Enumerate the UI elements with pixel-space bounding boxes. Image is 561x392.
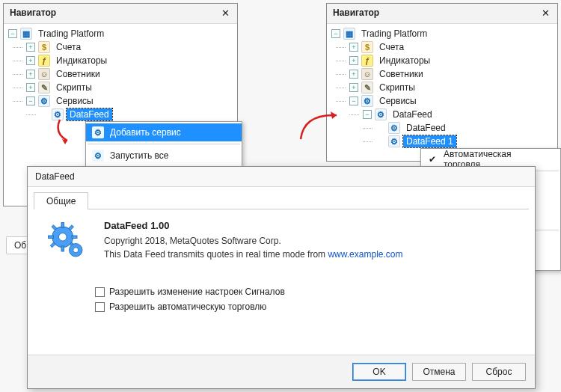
tab-label: Общие (46, 196, 76, 206)
indicators-icon: ƒ (38, 55, 50, 67)
dialog-datafeed: DataFeed Общие (27, 166, 536, 389)
dialog-title-bar: DataFeed (28, 167, 535, 187)
node-label: Советники (376, 68, 426, 80)
panel-title: Навигатор (10, 7, 56, 18)
button-label: Отмена (423, 367, 455, 377)
node-label: DataFeed (403, 122, 449, 134)
close-icon[interactable]: ✕ (539, 7, 551, 19)
reset-button[interactable]: Сброс (472, 363, 526, 381)
node-label: Счета (376, 41, 407, 53)
node-label: Trading Platform (358, 28, 430, 40)
expand-icon[interactable]: + (26, 70, 35, 79)
node-label: Скрипты (53, 82, 95, 94)
node-label: Счета (53, 41, 84, 53)
node-label: Индикаторы (376, 55, 433, 67)
node-label: Trading Platform (35, 28, 107, 40)
accounts-icon: $ (38, 41, 50, 53)
tree-root[interactable]: − ▦ Trading Platform (8, 27, 233, 40)
collapse-icon[interactable]: − (349, 97, 358, 105)
collapse-icon[interactable]: − (331, 29, 340, 38)
panel-title: Навигатор (333, 7, 379, 18)
dialog-title: DataFeed (35, 171, 75, 182)
context-menu-left: ⚙ Добавить сервис ⚙ Запустить все (85, 121, 242, 167)
services-icon: ⚙ (38, 95, 50, 107)
tree-item-services[interactable]: − ⚙ Сервисы (331, 94, 553, 108)
tree-item-experts[interactable]: + ☺ Советники (8, 67, 233, 81)
tree-item-accounts[interactable]: + $ Счета (331, 40, 553, 54)
expand-icon[interactable]: + (26, 43, 35, 52)
checkbox-label: Разрешить изменение настроек Сигналов (109, 287, 285, 297)
dialog-heading: DataFeed 1.00 (104, 220, 402, 231)
dialog-copyright: Copyright 2018, MetaQuotes Software Corp… (104, 236, 402, 246)
dialog-text-block: DataFeed 1.00 Copyright 2018, MetaQuotes… (104, 220, 402, 263)
services-icon: ⚙ (361, 95, 373, 107)
tree-item-datafeed-child-2[interactable]: ⚙ DataFeed 1 (331, 135, 553, 148)
tree: − ▦ Trading Platform + $ Счета + ƒ Индик… (327, 24, 557, 151)
svg-rect-2 (61, 223, 64, 228)
menu-item-label: Добавить сервис (110, 127, 181, 138)
close-icon[interactable]: ✕ (219, 7, 231, 19)
cancel-button[interactable]: Отмена (412, 363, 466, 381)
node-label: Индикаторы (53, 55, 110, 67)
gear-icon: ⚙ (388, 135, 400, 147)
checkbox-row-signals[interactable]: Разрешить изменение настроек Сигналов (28, 287, 535, 297)
expand-icon[interactable]: + (349, 56, 358, 65)
tree-item-datafeed[interactable]: ⚙ DataFeed (8, 108, 233, 121)
experts-icon: ☺ (361, 68, 373, 80)
checkbox-label: Разрешить автоматическую торговлю (109, 301, 266, 312)
node-label: Скрипты (376, 82, 418, 94)
gear-icon: ⚙ (52, 108, 64, 120)
node-label-selected: DataFeed 1 (403, 135, 456, 147)
app-icon: ▦ (20, 28, 32, 40)
checkbox-row-autotrade[interactable]: Разрешить автоматическую торговлю (28, 301, 535, 312)
button-label: Сброс (486, 367, 512, 377)
expand-icon[interactable]: + (349, 83, 358, 92)
expand-icon[interactable]: + (349, 70, 358, 79)
svg-point-11 (73, 248, 79, 253)
tree-item-datafeed-child-1[interactable]: ⚙ DataFeed (331, 121, 553, 135)
scripts-icon: ✎ (361, 82, 373, 94)
svg-rect-5 (72, 236, 77, 239)
tree-item-indicators[interactable]: + ƒ Индикаторы (331, 54, 553, 67)
gear-run-icon: ⚙ (92, 150, 104, 162)
node-label: DataFeed (390, 108, 435, 120)
tree-item-indicators[interactable]: + ƒ Индикаторы (8, 54, 233, 67)
node-label: Сервисы (53, 95, 96, 107)
tree-item-accounts[interactable]: + $ Счета (8, 40, 233, 54)
expand-icon[interactable]: + (349, 43, 358, 52)
collapse-icon[interactable]: − (8, 29, 17, 38)
app-icon: ▦ (343, 28, 355, 40)
menu-item-add-service[interactable]: ⚙ Добавить сервис (86, 123, 242, 141)
tab-general[interactable]: Общие (34, 192, 88, 209)
ok-button[interactable]: OK (352, 363, 406, 381)
gear-icon: ⚙ (375, 108, 387, 120)
tree-item-scripts[interactable]: + ✎ Скрипты (8, 81, 233, 94)
expand-icon[interactable]: + (26, 83, 35, 92)
dialog-link[interactable]: www.example.com (328, 249, 402, 260)
scripts-icon: ✎ (38, 82, 50, 94)
tree-item-scripts[interactable]: + ✎ Скрипты (331, 81, 553, 94)
checkbox-icon[interactable] (95, 302, 105, 312)
dialog-tabs: Общие (28, 187, 535, 209)
svg-rect-4 (49, 236, 54, 239)
tree-root[interactable]: − ▦ Trading Platform (331, 27, 553, 40)
checkbox-icon[interactable] (95, 287, 105, 297)
tree-item-datafeed[interactable]: − ⚙ DataFeed (331, 108, 553, 121)
gear-plus-icon: ⚙ (92, 126, 104, 138)
svg-rect-6 (52, 225, 57, 230)
node-label: Сервисы (376, 95, 420, 107)
collapse-icon[interactable]: − (363, 110, 372, 119)
node-label: Советники (53, 68, 103, 80)
svg-rect-8 (69, 225, 74, 230)
indicators-icon: ƒ (361, 55, 373, 67)
menu-item-run-all[interactable]: ⚙ Запустить все (86, 147, 242, 165)
expand-icon[interactable]: + (26, 56, 35, 65)
check-icon: ✔ (427, 154, 438, 165)
button-label: OK (373, 367, 385, 377)
panel-header: Навигатор ✕ (4, 4, 237, 24)
dialog-body: DataFeed 1.00 Copyright 2018, MetaQuotes… (28, 209, 535, 269)
tree-item-experts[interactable]: + ☺ Советники (331, 67, 553, 81)
gear-icon: ⚙ (388, 122, 400, 134)
tree-item-services[interactable]: − ⚙ Сервисы (8, 94, 233, 108)
collapse-icon[interactable]: − (26, 97, 35, 105)
